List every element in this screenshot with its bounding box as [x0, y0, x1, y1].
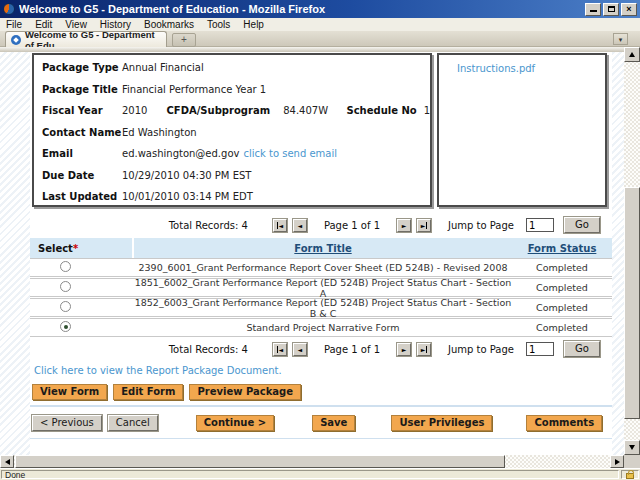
table-row: Standard Project Narrative Form Complete…	[30, 318, 612, 337]
package-title-value: Financial Performance Year 1	[122, 84, 266, 95]
scroll-left-button[interactable]	[0, 455, 14, 468]
table-row: 2390_6001_Grant Performance Report Cover…	[30, 258, 612, 277]
scroll-up-button[interactable]	[624, 47, 640, 62]
fiscal-year-label: Fiscal Year	[42, 105, 122, 116]
view-form-button[interactable]: View Form	[32, 384, 107, 400]
section-divider	[30, 405, 612, 407]
go-button[interactable]: Go	[564, 217, 600, 233]
arrow-down-icon	[629, 445, 635, 450]
previous-button[interactable]: < Previous	[32, 415, 102, 431]
form-title-cell: 1852_6003_Grant Performance Report (ED 5…	[134, 297, 512, 319]
next-page-button[interactable]: ►	[397, 343, 411, 356]
jump-to-page-input[interactable]	[526, 218, 554, 232]
last-updated-label: Last Updated	[42, 191, 122, 202]
form-button-row: View Form Edit Form Preview Package	[30, 384, 612, 400]
forms-table: Select* Form Title Form Status 2390_6001…	[30, 238, 612, 337]
horizontal-scrollbar[interactable]	[0, 455, 624, 468]
due-date-value: 10/29/2010 04:30 PM EST	[122, 170, 251, 181]
form-radio[interactable]	[60, 281, 71, 292]
previous-page-button[interactable]: ◄	[293, 219, 307, 232]
jump-to-page-input[interactable]	[526, 342, 554, 356]
package-type-value: Annual Financial	[122, 62, 204, 73]
list-all-tabs-button[interactable]: ▾	[613, 33, 628, 45]
first-page-button[interactable]: ◄	[273, 343, 287, 356]
form-status-cell: Completed	[512, 262, 612, 273]
lock-icon	[626, 473, 634, 479]
report-package-link[interactable]: Click here to view the Report Package Do…	[34, 365, 612, 376]
security-cell	[621, 470, 639, 479]
page-content: Package Type Annual Financial Package Ti…	[30, 52, 612, 455]
form-status-column-header[interactable]: Form Status	[512, 243, 612, 254]
save-button[interactable]: Save	[312, 415, 355, 431]
page-viewport: Package Type Annual Financial Package Ti…	[0, 52, 624, 455]
restore-button[interactable]	[603, 3, 619, 16]
minimize-button[interactable]	[585, 3, 601, 16]
required-asterisk: *	[73, 243, 78, 254]
send-email-link[interactable]: click to send email	[243, 148, 337, 159]
preview-package-button[interactable]: Preview Package	[189, 384, 301, 400]
total-records-label: Total Records: 4	[169, 220, 248, 231]
tab-welcome-g5[interactable]: Welcome to G5 - Department of Edu...	[5, 31, 167, 47]
contact-name-value: Ed Washington	[122, 127, 197, 138]
instructions-pdf-link[interactable]: Instructions.pdf	[457, 63, 535, 74]
email-label: Email	[42, 148, 122, 159]
detail-boxes: Package Type Annual Financial Package Ti…	[32, 53, 612, 207]
last-page-button[interactable]: ►	[417, 343, 431, 356]
continue-button[interactable]: Continue >	[196, 415, 274, 431]
comments-button[interactable]: Comments	[526, 415, 602, 431]
schedule-label: Schedule No	[346, 105, 423, 116]
fiscal-year-value: 2010	[122, 105, 167, 116]
due-date-label: Due Date	[42, 170, 122, 181]
previous-page-icon: ◄	[298, 222, 303, 229]
schedule-value: 1	[424, 105, 430, 116]
vertical-scrollbar[interactable]	[624, 47, 640, 455]
new-tab-button[interactable]: +	[172, 33, 196, 47]
next-page-icon: ►	[402, 346, 407, 353]
first-page-button[interactable]: ◄	[273, 219, 287, 232]
go-button[interactable]: Go	[564, 341, 600, 357]
page-indicator: Page 1 of 1	[324, 344, 380, 355]
jump-to-page-label: Jump to Page	[448, 344, 514, 355]
table-row: 1852_6003_Grant Performance Report (ED 5…	[30, 298, 612, 317]
vertical-scrollbar-thumb[interactable]	[624, 187, 640, 419]
edit-form-button[interactable]: Edit Form	[113, 384, 183, 400]
last-page-icon: ►	[421, 222, 428, 229]
menu-file[interactable]: File	[6, 19, 22, 30]
last-updated-value: 10/01/2010 03:14 PM EDT	[122, 191, 253, 202]
title-bar: Welcome to G5 - Department of Education …	[0, 0, 640, 18]
form-radio[interactable]	[60, 261, 71, 272]
next-page-button[interactable]: ►	[397, 219, 411, 232]
package-title-label: Package Title	[42, 84, 122, 95]
scroll-right-button[interactable]	[610, 455, 624, 468]
table-header: Select* Form Title Form Status	[30, 238, 612, 258]
select-column-header: Select*	[30, 238, 134, 258]
last-page-button[interactable]: ►	[417, 219, 431, 232]
package-type-label: Package Type	[42, 62, 122, 73]
scroll-down-button[interactable]	[624, 440, 640, 455]
status-bar: Done	[0, 468, 640, 480]
total-records-label: Total Records: 4	[169, 344, 248, 355]
previous-page-icon: ◄	[298, 346, 303, 353]
nav-button-row: < Previous Cancel Continue > Save User P…	[30, 415, 612, 431]
form-radio[interactable]	[60, 301, 71, 312]
scrollbar-corner	[624, 455, 640, 468]
close-button[interactable]: ×	[621, 3, 637, 16]
menu-help[interactable]: Help	[243, 19, 264, 30]
cfda-label: CFDA/Subprogram	[167, 105, 284, 116]
g5-favicon-icon	[11, 35, 21, 45]
cancel-button[interactable]: Cancel	[108, 415, 158, 431]
first-page-icon: ◄	[277, 346, 284, 353]
user-privileges-button[interactable]: User Privileges	[391, 415, 492, 431]
arrow-left-icon	[5, 459, 10, 465]
restore-icon	[608, 6, 615, 12]
form-radio-selected[interactable]	[60, 321, 71, 332]
horizontal-scrollbar-thumb[interactable]	[15, 455, 505, 468]
previous-page-button[interactable]: ◄	[293, 343, 307, 356]
form-status-cell: Completed	[512, 282, 612, 293]
form-title-cell: 2390_6001_Grant Performance Report Cover…	[134, 262, 512, 273]
email-value: ed.washington@ed.gov	[122, 148, 239, 159]
form-title-column-header[interactable]: Form Title	[134, 243, 512, 254]
form-status-cell: Completed	[512, 322, 612, 333]
menu-tools[interactable]: Tools	[207, 19, 230, 30]
form-title-cell: Standard Project Narrative Form	[134, 322, 512, 333]
